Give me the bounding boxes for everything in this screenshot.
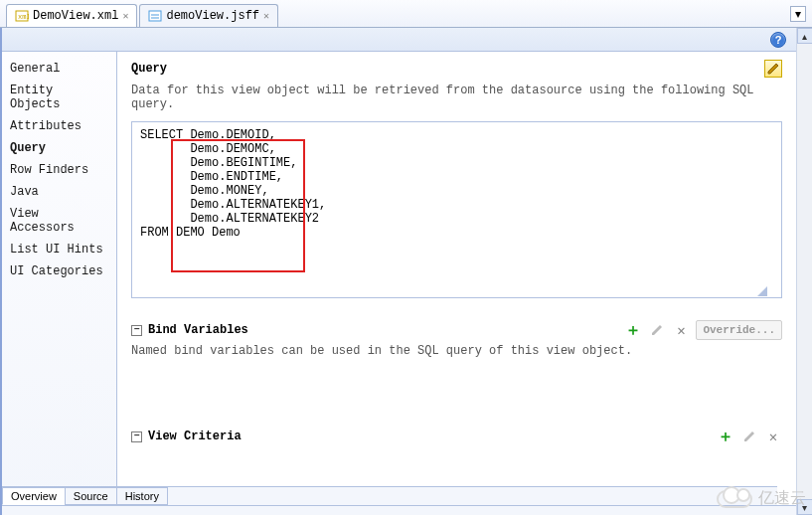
sidebar-item-query[interactable]: Query bbox=[2, 137, 116, 159]
cloud-icon bbox=[717, 490, 752, 508]
bottom-tab-history[interactable]: History bbox=[116, 487, 168, 505]
pencil-icon bbox=[767, 63, 779, 75]
query-description: Data for this view object will be retrie… bbox=[131, 84, 782, 111]
pencil-icon bbox=[742, 429, 756, 443]
sidebar-item-ui-categories[interactable]: UI Categories bbox=[2, 260, 116, 282]
watermark: 亿速云 bbox=[717, 488, 806, 509]
chevron-down-icon: ▾ bbox=[795, 7, 801, 21]
bind-variables-header: − Bind Variables ＋ ✕ Override... bbox=[131, 320, 782, 340]
editor-tabbar: xml DemoView.xml ✕ demoView.jsff ✕ ▾ bbox=[0, 0, 812, 28]
overview-sidebar: General Entity Objects Attributes Query … bbox=[2, 52, 117, 505]
tab-list-dropdown[interactable]: ▾ bbox=[790, 6, 806, 22]
sidebar-item-view-accessors[interactable]: View Accessors bbox=[2, 203, 116, 239]
bottom-tab-overview[interactable]: Overview bbox=[2, 487, 66, 505]
sidebar-item-attributes[interactable]: Attributes bbox=[2, 115, 116, 137]
bind-variables-description: Named bind variables can be used in the … bbox=[131, 344, 782, 358]
add-bind-variable-button[interactable]: ＋ bbox=[624, 321, 642, 339]
editor-tab-demoview-jsff[interactable]: demoView.jsff ✕ bbox=[139, 4, 278, 27]
view-criteria-header: − View Criteria ＋ ✕ bbox=[131, 428, 782, 445]
help-icon[interactable]: ? bbox=[770, 32, 786, 48]
collapse-toggle[interactable]: − bbox=[131, 431, 142, 442]
sidebar-item-general[interactable]: General bbox=[2, 58, 116, 80]
sql-query-textarea[interactable]: SELECT Demo.DEMOID, Demo.DEMOMC, Demo.BE… bbox=[131, 121, 782, 298]
sidebar-item-list-ui-hints[interactable]: List UI Hints bbox=[2, 239, 116, 260]
sidebar-item-entity-objects[interactable]: Entity Objects bbox=[2, 80, 116, 115]
svg-text:xml: xml bbox=[18, 13, 29, 21]
delete-bind-variable-button[interactable]: ✕ bbox=[672, 321, 690, 339]
svg-rect-2 bbox=[149, 11, 161, 21]
close-icon[interactable]: ✕ bbox=[122, 10, 128, 22]
query-section-title: Query bbox=[131, 62, 167, 76]
vertical-scrollbar[interactable]: ▴ ▾ bbox=[796, 28, 812, 515]
jsff-file-icon bbox=[148, 9, 162, 23]
watermark-text: 亿速云 bbox=[758, 488, 806, 509]
status-strip bbox=[2, 505, 796, 515]
pencil-icon bbox=[650, 323, 664, 337]
close-icon[interactable]: ✕ bbox=[263, 10, 269, 22]
xml-file-icon: xml bbox=[15, 9, 29, 23]
override-button[interactable]: Override... bbox=[696, 320, 782, 340]
add-view-criteria-button[interactable]: ＋ bbox=[717, 428, 734, 445]
editor-tab-label: DemoView.xml bbox=[33, 9, 118, 23]
edit-bind-variable-button[interactable] bbox=[648, 321, 666, 339]
bottom-tab-source[interactable]: Source bbox=[65, 487, 117, 505]
sidebar-item-java[interactable]: Java bbox=[2, 181, 116, 203]
editor-tab-demoview-xml[interactable]: xml DemoView.xml ✕ bbox=[6, 4, 137, 27]
sidebar-item-row-finders[interactable]: Row Finders bbox=[2, 159, 116, 181]
edit-query-button[interactable] bbox=[764, 60, 782, 78]
edit-view-criteria-button[interactable] bbox=[740, 428, 758, 445]
editor-header-strip: ? bbox=[2, 28, 796, 52]
view-criteria-title: View Criteria bbox=[148, 429, 242, 443]
scroll-up-button[interactable]: ▴ bbox=[797, 28, 813, 44]
delete-view-criteria-button[interactable]: ✕ bbox=[764, 428, 782, 445]
bind-variables-title: Bind Variables bbox=[148, 323, 248, 337]
query-panel: Query Data for this view object will be … bbox=[117, 52, 796, 505]
resize-handle-icon[interactable] bbox=[757, 286, 767, 296]
collapse-toggle[interactable]: − bbox=[131, 325, 142, 336]
editor-tab-label: demoView.jsff bbox=[166, 9, 259, 23]
editor-bottom-tabs: Overview Source History bbox=[2, 486, 777, 505]
